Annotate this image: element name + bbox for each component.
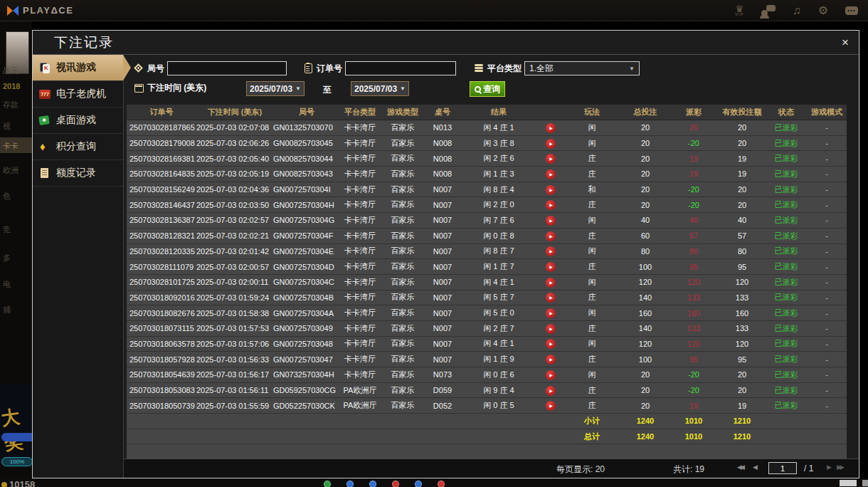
table-number-cell: N013 xyxy=(425,123,460,132)
bet-side-cell: 闲 xyxy=(563,215,620,226)
background-widget xyxy=(840,480,857,486)
chip-icon xyxy=(392,481,399,487)
replay-button[interactable]: ▶ xyxy=(546,401,556,411)
round-number-cell: GN0072570304B xyxy=(273,293,340,302)
play-icon: ▶ xyxy=(549,373,553,377)
order-number-input[interactable] xyxy=(345,61,456,75)
order-number-cell: 250703018082676 xyxy=(127,309,196,318)
background-fishing: 捕 xyxy=(3,305,11,315)
status-cell: 已派彩 xyxy=(767,292,805,303)
order-number-cell: 250703028146437 xyxy=(127,201,196,209)
valid-bet-cell: 20 xyxy=(717,201,767,209)
replay-button[interactable]: ▶ xyxy=(546,246,556,256)
replay-button[interactable]: ▶ xyxy=(546,169,556,179)
game-type-cell: 百家乐 xyxy=(380,184,425,195)
bet-time-cell: 2025-07-03 02:03:50 xyxy=(196,201,273,209)
replay-button[interactable]: ▶ xyxy=(546,308,556,318)
table-number-cell: N007 xyxy=(425,340,460,348)
replay-button[interactable]: ▶ xyxy=(546,154,556,164)
total-bet-cell: 20 xyxy=(620,139,670,147)
replay-button[interactable]: ▶ xyxy=(546,324,556,334)
game-type-cell: 百家乐 xyxy=(380,153,425,164)
valid-bet-cell: 95 xyxy=(717,355,767,364)
date-to-picker[interactable]: 2025/07/03▼ xyxy=(351,81,409,96)
chip-icon xyxy=(324,481,331,487)
background-slots: 电 xyxy=(3,279,11,290)
replay-button[interactable]: ▶ xyxy=(546,293,556,303)
replay-button[interactable]: ▶ xyxy=(546,139,556,149)
game-type-cell: 百家乐 xyxy=(380,292,425,303)
round-number-input[interactable] xyxy=(167,61,287,75)
platform-type-select[interactable]: 1.全部 ▼ xyxy=(524,61,640,75)
date-from-picker[interactable]: 2025/07/03▼ xyxy=(246,81,305,96)
replay-button[interactable]: ▶ xyxy=(546,231,556,241)
order-number-cell: 250703028187865 xyxy=(127,123,196,132)
bet-time-cell: 2025-07-03 02:04:36 xyxy=(196,185,273,194)
table-number-cell: N007 xyxy=(425,216,460,224)
table-number-cell: N007 xyxy=(425,278,460,286)
total-bet-cell: 120 xyxy=(620,340,670,348)
sidebar-item-points[interactable]: ♦ 积分查询 xyxy=(33,134,123,160)
vip-icon[interactable]: ♛VIP xyxy=(735,4,744,16)
column-header: 状态 xyxy=(767,107,805,117)
table-row: 250703028164835 2025-07-03 02:05:19 GN00… xyxy=(127,167,847,182)
bet-time-cell: 2025-07-03 02:01:42 xyxy=(196,247,273,256)
playace-logo-icon xyxy=(7,5,18,16)
sidebar-item-table-games[interactable]: ♣ 桌面游戏 xyxy=(33,108,123,134)
replay-button[interactable]: ▶ xyxy=(546,262,556,272)
replay-button[interactable]: ▶ xyxy=(546,386,556,396)
bet-time-cell: 2025-07-03 02:06:26 xyxy=(196,139,273,147)
page-number-input[interactable] xyxy=(768,462,797,474)
bet-side-cell: 闲 xyxy=(563,308,620,318)
order-number-cell: 250703018053083 xyxy=(127,386,196,394)
game-mode-cell: - xyxy=(805,139,847,147)
valid-bet-cell: 95 xyxy=(717,263,767,271)
query-button[interactable]: 查询 xyxy=(470,81,505,97)
replay-button[interactable]: ▶ xyxy=(546,370,556,380)
replay-button[interactable]: ▶ xyxy=(546,200,556,210)
previous-page-icon[interactable]: ◀ xyxy=(753,464,756,471)
first-page-icon[interactable]: ◀◀ xyxy=(737,464,743,471)
sidebar-item-slots[interactable]: 777 电子老虎机 xyxy=(33,81,123,108)
next-page-icon[interactable]: ▶ xyxy=(827,464,830,471)
replay-cell: ▶ xyxy=(538,184,563,195)
customer-service-icon[interactable] xyxy=(761,5,776,16)
bet-time-cell: 2025-07-03 01:56:17 xyxy=(196,370,273,379)
game-mode-cell: - xyxy=(805,155,847,163)
valid-bet-cell: 133 xyxy=(717,293,767,302)
bet-side-cell: 庄 xyxy=(563,385,620,396)
replay-button[interactable]: ▶ xyxy=(546,355,556,365)
chat-icon[interactable]: ••• xyxy=(845,6,858,15)
game-mode-cell: - xyxy=(805,278,847,286)
gear-icon[interactable]: ⚙ xyxy=(818,5,828,16)
replay-button[interactable]: ▶ xyxy=(546,185,556,195)
replay-button[interactable]: ▶ xyxy=(546,216,556,226)
game-mode-cell: - xyxy=(805,370,847,379)
replay-button[interactable]: ▶ xyxy=(546,278,556,288)
music-icon[interactable]: ♫ xyxy=(793,5,801,16)
result-cell: 闲 9 庄 4 xyxy=(460,385,538,396)
table-number-cell: N007 xyxy=(425,293,460,302)
table-row: 250703028120335 2025-07-03 02:01:42 GN00… xyxy=(127,244,847,260)
sidebar-item-live-games[interactable]: K 视讯游戏 xyxy=(33,55,123,81)
page-total-display: / 1 xyxy=(804,464,813,473)
chip-icon xyxy=(369,481,376,487)
replay-button[interactable]: ▶ xyxy=(546,123,556,133)
table-number-cell: N007 xyxy=(425,324,460,332)
play-icon: ▶ xyxy=(549,172,553,177)
payout-cell: 133 xyxy=(670,293,717,302)
replay-button[interactable]: ▶ xyxy=(546,339,556,349)
total-payout: 1010 xyxy=(670,432,717,441)
close-icon[interactable]: × xyxy=(842,36,849,48)
background-hall-kaka: 卡卡 xyxy=(3,141,18,152)
result-cell: 闲 1 庄 9 xyxy=(460,354,538,365)
platform-cell: PA欧洲厅 xyxy=(340,385,380,396)
payout-cell: -20 xyxy=(670,185,717,194)
round-number-cell: GD059257030CG xyxy=(273,386,340,394)
sidebar-item-quota-records[interactable]: 额度记录 xyxy=(33,160,123,187)
replay-cell: ▶ xyxy=(538,308,563,318)
background-live-games: 视 xyxy=(3,121,11,132)
last-page-icon[interactable]: ▶▶ xyxy=(837,464,842,471)
column-header: 有效投注额 xyxy=(717,107,767,117)
play-icon: ▶ xyxy=(549,188,553,192)
